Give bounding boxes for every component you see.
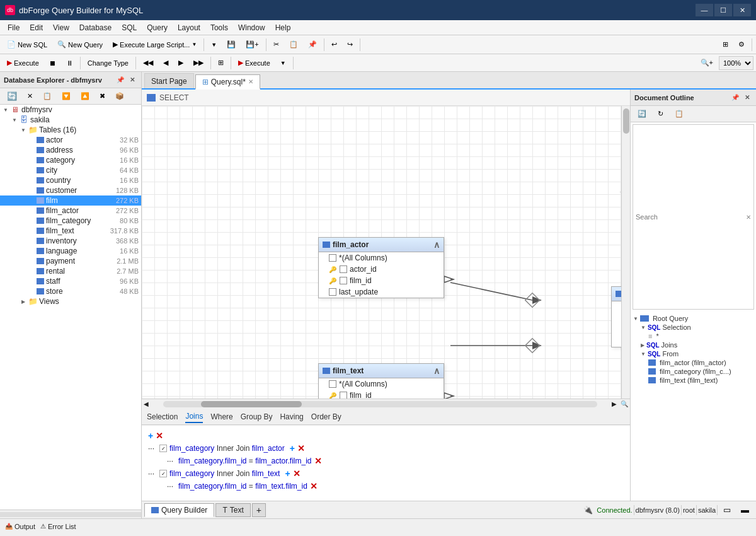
vscroll-thumb[interactable] bbox=[623, 108, 629, 134]
ot-joins-arrow[interactable]: ▶ bbox=[641, 342, 644, 348]
film-id-checkbox-fa[interactable] bbox=[340, 277, 347, 284]
tree-views-group[interactable]: 📁 Views bbox=[0, 296, 141, 306]
minimize-button[interactable]: — bbox=[696, 4, 713, 16]
execute-more[interactable]: ▼ bbox=[276, 55, 290, 71]
views-expand[interactable] bbox=[19, 299, 28, 305]
cond2-right[interactable]: film_text.film_id bbox=[255, 482, 307, 491]
nav-prev[interactable]: ◀ bbox=[159, 55, 173, 71]
cond1-left[interactable]: film_category.film_id bbox=[178, 457, 246, 465]
tree-table-customer[interactable]: customer 128 KB bbox=[0, 185, 141, 195]
film-actor-film-id[interactable]: 🔑 film_id bbox=[319, 275, 444, 286]
join2-checkbox[interactable]: ✓ bbox=[159, 470, 167, 477]
grid-view-button[interactable]: ⊞ bbox=[718, 37, 733, 52]
ot-from[interactable]: ▼ SQL From bbox=[633, 349, 753, 358]
output-tab[interactable]: 📤 Output bbox=[5, 523, 35, 530]
film-text-close[interactable]: ∧ bbox=[433, 366, 440, 375]
btab-add-button[interactable]: + bbox=[252, 503, 266, 517]
tab-group-by[interactable]: Group By bbox=[241, 411, 273, 422]
server-expand[interactable] bbox=[1, 107, 10, 113]
join2-remove[interactable]: ✕ bbox=[293, 469, 301, 479]
nav-next[interactable]: ▶ bbox=[174, 55, 188, 71]
menu-database[interactable]: Database bbox=[74, 20, 117, 35]
execute2-button[interactable]: ▶ Execute bbox=[234, 55, 275, 71]
tab-where[interactable]: Where bbox=[210, 411, 232, 422]
object-explorer-button[interactable]: 📦 bbox=[111, 89, 129, 104]
join-add-button[interactable]: + bbox=[148, 431, 153, 441]
last-update-checkbox-fa[interactable] bbox=[329, 288, 336, 296]
tree-table-payment[interactable]: payment 2.1 MB bbox=[0, 256, 141, 266]
error-list-tab[interactable]: ⚠ Error List bbox=[40, 523, 76, 530]
pin-icon[interactable]: 📌 bbox=[115, 75, 125, 85]
save-all-button[interactable]: 💾+ bbox=[241, 37, 263, 52]
tree-table-film-actor[interactable]: film_actor 272 KB bbox=[0, 206, 141, 216]
left-panel-hscroll[interactable] bbox=[0, 510, 141, 518]
tables-expand[interactable] bbox=[19, 127, 28, 133]
tree-table-country[interactable]: country 16 KB bbox=[0, 175, 141, 185]
zoom-select[interactable]: 100% 75% 50% 150% bbox=[719, 56, 753, 70]
film-actor-close[interactable]: ∧ bbox=[433, 240, 440, 249]
ft-all-cols-checkbox[interactable] bbox=[329, 380, 336, 388]
film-actor-header[interactable]: film_actor ∧ bbox=[319, 238, 444, 252]
execute-button[interactable]: ▶ Execute bbox=[3, 55, 43, 71]
tree-table-staff[interactable]: staff 96 KB bbox=[0, 276, 141, 286]
redo-button[interactable]: ↪ bbox=[343, 37, 357, 52]
remove-filter-button[interactable]: ✖ bbox=[95, 89, 110, 104]
join1-fc-link[interactable]: film_category bbox=[169, 444, 214, 453]
panel-close-icon[interactable]: ✕ bbox=[127, 75, 137, 85]
ot-joins[interactable]: ▶ SQL Joins bbox=[633, 341, 753, 349]
tab-selection[interactable]: Selection bbox=[147, 411, 178, 422]
canvas-hscroll-area[interactable]: ◀ ▶ 🔍 bbox=[142, 399, 630, 409]
cond2-remove[interactable]: ✕ bbox=[310, 481, 318, 491]
canvas-grid-area[interactable]: film_actor ∧ *(All Columns) 🔑 bbox=[142, 106, 630, 399]
nav-back[interactable]: ◀◀ bbox=[139, 55, 158, 71]
save-button[interactable]: 💾 bbox=[222, 37, 240, 52]
tree-table-actor[interactable]: actor 32 KB bbox=[0, 135, 141, 145]
film-text-all-cols[interactable]: *(All Columns) bbox=[319, 378, 444, 390]
film-actor-all-cols[interactable]: *(All Columns) bbox=[319, 252, 444, 264]
tree-table-language[interactable]: language 16 KB bbox=[0, 246, 141, 256]
menu-sql[interactable]: SQL bbox=[117, 20, 142, 35]
menu-view[interactable]: View bbox=[48, 20, 74, 35]
outline-close-icon[interactable]: ✕ bbox=[742, 93, 752, 103]
refresh-button[interactable]: 🔄 bbox=[3, 89, 21, 104]
titlebar-controls[interactable]: — ☐ ✕ bbox=[696, 4, 751, 16]
close-button[interactable]: ✕ bbox=[733, 4, 751, 16]
film-text-header[interactable]: film_text ∧ bbox=[319, 364, 444, 378]
join1-remove[interactable]: ✕ bbox=[297, 443, 305, 453]
cut-button[interactable]: ✂ bbox=[269, 37, 284, 52]
ot-root-query[interactable]: ▼ Root Query bbox=[633, 314, 753, 323]
tab-start-page[interactable]: Start Page bbox=[144, 73, 194, 88]
btab-text[interactable]: T Text bbox=[215, 503, 250, 517]
menu-edit[interactable]: Edit bbox=[25, 20, 48, 35]
outline-search-clear[interactable]: ✕ bbox=[746, 214, 751, 221]
join-remove-button[interactable]: ✕ bbox=[156, 431, 163, 441]
tree-server[interactable]: 🖥 dbfmysrv bbox=[0, 105, 141, 115]
menu-query[interactable]: Query bbox=[142, 20, 173, 35]
execute-large-button[interactable]: ▶ Execute Large Script... ▼ bbox=[108, 37, 201, 52]
ot-film-text[interactable]: film_text (film_text) bbox=[633, 376, 753, 385]
ot-root-arrow[interactable]: ▼ bbox=[633, 316, 638, 322]
hscroll-track[interactable] bbox=[163, 401, 597, 407]
hscroll-right[interactable]: ▶ bbox=[610, 400, 619, 407]
disconnect-button[interactable]: ✕ bbox=[23, 89, 37, 104]
tree-table-rental[interactable]: rental 2.7 MB bbox=[0, 266, 141, 276]
outline-search-input[interactable] bbox=[636, 213, 746, 221]
cond1-remove[interactable]: ✕ bbox=[314, 456, 322, 466]
panel-header-icons[interactable]: 📌 ✕ bbox=[115, 75, 137, 85]
join1-fa-link[interactable]: film_actor bbox=[252, 444, 285, 453]
film-id-checkbox-ft[interactable] bbox=[340, 392, 347, 399]
copy-db-button[interactable]: 📋 bbox=[38, 89, 56, 104]
all-cols-checkbox[interactable] bbox=[329, 254, 336, 262]
outline-pin-icon[interactable]: 📌 bbox=[730, 93, 740, 103]
ot-selection[interactable]: ▼ SQL Selection bbox=[633, 323, 753, 332]
tab-close-icon[interactable]: ✕ bbox=[248, 78, 253, 85]
stop-button[interactable]: ⏹ bbox=[45, 55, 60, 71]
cond2-left[interactable]: film_category.film_id bbox=[178, 482, 246, 491]
tree-table-address[interactable]: address 96 KB bbox=[0, 145, 141, 155]
tab-query-sql[interactable]: ⊞ Query.sql* ✕ bbox=[195, 74, 260, 90]
ot-star[interactable]: ≡ * bbox=[633, 332, 753, 341]
join1-checkbox[interactable]: ✓ bbox=[159, 445, 167, 452]
change-type-button[interactable]: Change Type bbox=[83, 55, 133, 71]
layout-btn-2[interactable]: ▬ bbox=[736, 503, 753, 518]
tree-table-store[interactable]: store 48 KB bbox=[0, 286, 141, 296]
